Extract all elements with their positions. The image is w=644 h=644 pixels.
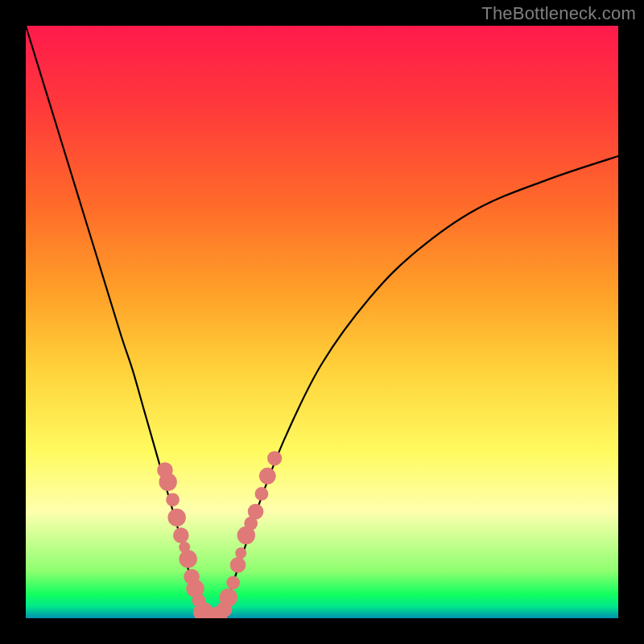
sample-dot <box>166 493 180 506</box>
sample-dot <box>267 451 282 465</box>
dot-layer <box>157 451 282 618</box>
sample-dot <box>159 473 176 491</box>
curve-layer <box>26 26 618 618</box>
chart-svg <box>26 26 618 618</box>
stage: TheBottleneck.com <box>0 0 644 644</box>
sample-dot <box>248 504 264 520</box>
sample-dot <box>179 550 196 568</box>
watermark-text: TheBottleneck.com <box>481 3 636 24</box>
sample-dot <box>230 557 246 573</box>
sample-dot <box>259 468 276 485</box>
plot-area <box>26 26 618 618</box>
bottleneck-curve <box>26 26 618 618</box>
sample-dot <box>173 527 189 543</box>
sample-dot <box>226 576 240 589</box>
sample-dot <box>255 487 269 501</box>
sample-dot <box>220 588 237 606</box>
sample-dot <box>167 509 185 526</box>
sample-dot <box>235 547 246 559</box>
